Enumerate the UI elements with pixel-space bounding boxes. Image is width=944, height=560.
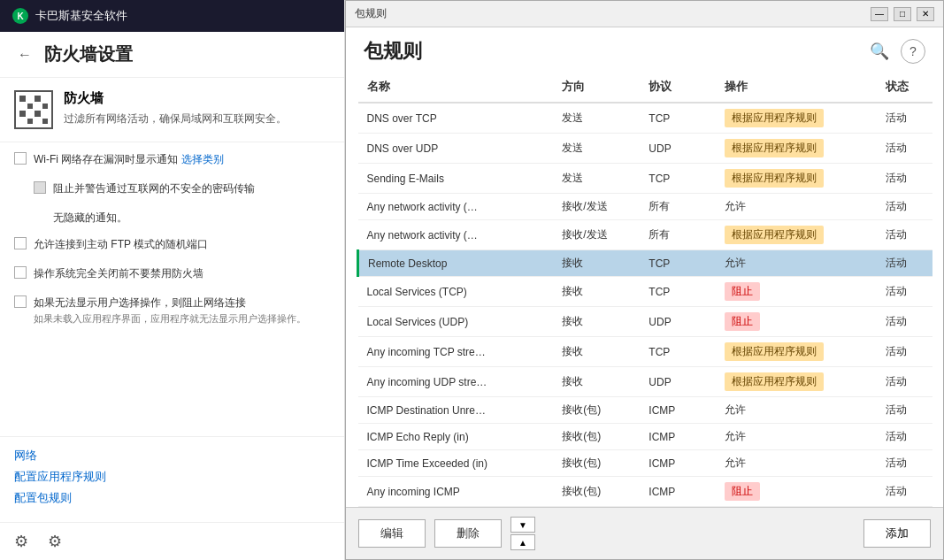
nav-links: 网络 配置应用程序规则 配置包规则 [0,436,344,522]
table-row[interactable]: Local Services (UDP)接收UDP阻止活动 [358,307,933,337]
rules-table: 名称 方向 协议 操作 状态 DNS over TCP发送TCP根据应用程序规则… [357,72,932,507]
rule-name: Sending E-Mails [358,164,554,194]
rule-direction: 接收 [553,367,640,397]
table-row[interactable]: Any network activity (…接收/发送所有允许活动 [358,194,933,220]
rule-status: 活动 [877,250,932,277]
rule-protocol: TCP [640,277,716,307]
app-header: 卡巴斯基安全软件 [0,0,344,32]
rule-status: 活动 [877,367,932,397]
table-row[interactable]: Any network activity (…接收/发送所有根据应用程序规则活动 [358,220,933,250]
firewall-icon [14,90,53,129]
table-row[interactable]: ICMP Time Exceeded (in)接收(包)ICMP允许活动 [358,450,933,477]
wifi-category-link[interactable]: 选择类别 [181,153,224,165]
dialog-titlebar-text: 包规则 [355,6,387,21]
rule-name: Remote Desktop [358,250,554,277]
add-button[interactable]: 添加 [863,519,931,548]
table-row[interactable]: Local Services (TCP)接收TCP阻止活动 [358,277,933,307]
settings-icon[interactable]: ⚙ [48,532,67,551]
search-button[interactable]: 🔍 [867,39,892,64]
firewall-name: 防火墙 [64,90,287,107]
rule-action: 阻止 [716,307,876,337]
dialog-footer: 编辑 删除 ▼ ▲ 添加 [346,507,943,559]
gear-icon[interactable]: ⚙ [14,532,34,551]
rule-name: Any incoming TCP stre… [358,337,554,367]
rule-action: 根据应用程序规则 [716,367,876,397]
table-row[interactable]: Any incoming ICMP接收(包)ICMP阻止活动 [358,477,933,507]
rule-name: Local Services (TCP) [358,277,554,307]
dialog-header-icons: 🔍 ? [867,39,925,64]
rule-protocol: UDP [640,134,716,164]
checkbox-wifi[interactable] [14,152,27,165]
dialog-title: 包规则 [364,38,422,65]
app-title: 卡巴斯基安全软件 [35,8,127,24]
table-row[interactable]: Any incoming UDP stre…接收UDP根据应用程序规则活动 [358,367,933,397]
table-header-row: 名称 方向 协议 操作 状态 [358,72,933,103]
rule-name: ICMP Time Exceeded (in) [358,450,554,477]
table-row[interactable]: Remote Desktop接收TCP允许活动 [358,250,933,277]
table-row[interactable]: DNS over TCP发送TCP根据应用程序规则活动 [358,103,933,134]
rule-status: 活动 [877,450,932,477]
no-hidden-notice: 无隐藏的通知。 [53,210,330,226]
rule-name: DNS over UDP [358,134,554,164]
nav-network[interactable]: 网络 [14,448,330,464]
maximize-button[interactable]: □ [894,7,911,21]
packet-rules-dialog: 包规则 — □ ✕ 包规则 🔍 ? 名称 方向 协议 操作 状态 [345,0,944,560]
rule-action: 阻止 [716,277,876,307]
back-button[interactable]: ← [14,45,35,65]
nav-packet-rules[interactable]: 配置包规则 [14,490,330,506]
arrow-buttons: ▼ ▲ [510,517,535,550]
checkbox-ftp[interactable] [14,237,27,249]
rule-action: 阻止 [716,477,876,507]
col-direction: 方向 [553,72,640,103]
block-no-ui-text: 如果无法显示用户选择操作，则阻止网络连接 [34,295,306,311]
rule-action: 根据应用程序规则 [716,164,876,194]
edit-button[interactable]: 编辑 [358,519,426,548]
section-header: ← 防火墙设置 [0,32,344,78]
firewall-section: 防火墙 过滤所有网络活动，确保局域网和互联网安全。 [0,78,344,142]
table-row[interactable]: ICMP Destination Unre…接收(包)ICMP允许活动 [358,397,933,424]
checkbox-block-no-ui[interactable] [14,295,27,308]
rule-action: 根据应用程序规则 [716,220,876,250]
col-status: 状态 [877,72,932,103]
setting-wifi: Wi-Fi 网络存在漏洞时显示通知 选择类别 [14,151,330,168]
rule-protocol: ICMP [640,477,716,507]
rule-name: Any incoming UDP stre… [358,367,554,397]
rule-protocol: 所有 [640,220,716,250]
help-button[interactable]: ? [901,39,925,64]
nav-app-rules[interactable]: 配置应用程序规则 [14,469,330,485]
rule-status: 活动 [877,164,932,194]
rule-direction: 接收(包) [553,477,640,507]
rule-action: 允许 [716,194,876,220]
move-down-button[interactable]: ▼ [510,517,535,533]
table-row[interactable]: ICMP Echo Reply (in)接收(包)ICMP允许活动 [358,424,933,450]
col-protocol: 协议 [640,72,716,103]
checkbox-block-insecure[interactable] [34,181,46,194]
rule-direction: 接收/发送 [553,220,640,250]
rule-status: 活动 [877,307,932,337]
close-disable-text: 操作系统完全关闭前不要禁用防火墙 [34,265,203,282]
rule-direction: 接收(包) [553,450,640,477]
app-logo [12,8,28,24]
minimize-button[interactable]: — [871,7,888,21]
table-row[interactable]: Sending E-Mails发送TCP根据应用程序规则活动 [358,164,933,194]
rule-direction: 接收 [553,250,640,277]
rule-protocol: TCP [640,164,716,194]
rule-status: 活动 [877,134,932,164]
rule-direction: 接收(包) [553,397,640,424]
table-row[interactable]: DNS over UDP发送UDP根据应用程序规则活动 [358,134,933,164]
dialog-controls: — □ ✕ [871,7,934,21]
close-button[interactable]: ✕ [917,7,934,21]
setting-ftp: 允许连接到主动 FTP 模式的随机端口 [14,236,330,253]
move-up-button[interactable]: ▲ [510,534,535,550]
section-title: 防火墙设置 [44,42,133,66]
rule-protocol: UDP [640,307,716,337]
rule-status: 活动 [877,397,932,424]
rule-protocol: ICMP [640,424,716,450]
table-row[interactable]: Any incoming TCP stre…接收TCP根据应用程序规则活动 [358,337,933,367]
delete-button[interactable]: 删除 [434,519,502,548]
rule-protocol: TCP [640,103,716,134]
block-no-ui-sub: 如果未载入应用程序界面，应用程序就无法显示用户选择操作。 [34,311,306,327]
checkbox-close-disable[interactable] [14,266,27,279]
rule-direction: 发送 [553,164,640,194]
rule-action: 允许 [716,250,876,277]
